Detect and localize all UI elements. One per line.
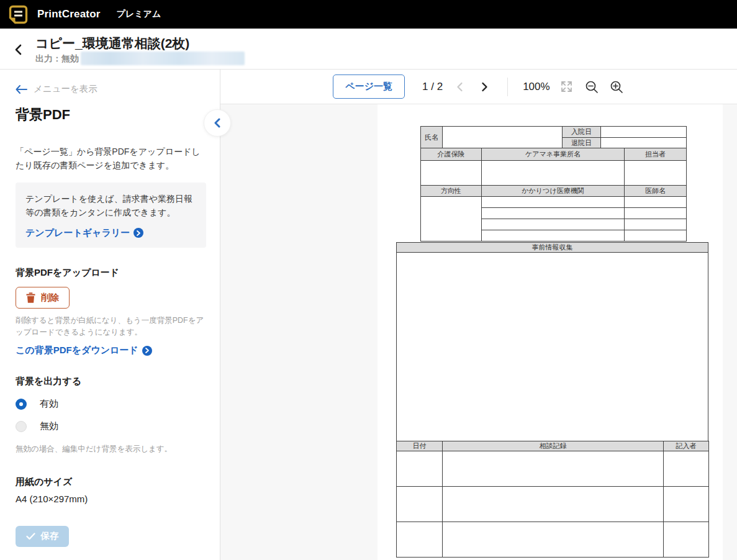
chevron-left-icon bbox=[214, 118, 221, 128]
download-link-label: この背景PDFをダウンロード bbox=[16, 345, 138, 356]
patient-name-table: 氏名 入院日 退院日 bbox=[420, 126, 687, 148]
back-button[interactable] bbox=[12, 43, 25, 56]
record-header-cell: 相談記録 bbox=[443, 441, 664, 451]
direction-value-cell bbox=[421, 197, 482, 242]
panel-title: 背景PDF bbox=[16, 106, 206, 124]
show-menu-link[interactable]: メニューを表示 bbox=[16, 83, 206, 95]
paper-size-title: 用紙のサイズ bbox=[16, 476, 206, 488]
plan-badge: プレミアム bbox=[117, 9, 161, 20]
template-info-text: テンプレートを使えば、請求書や業務日報等の書類をカンタンに作成できます。 bbox=[25, 192, 196, 220]
clinic-header-cell: かかりつけ医療機関 bbox=[482, 186, 625, 197]
clinic-row-cell bbox=[482, 219, 625, 230]
intro-text: 「ページ一覧」から背景PDFをアップロードしたり既存の書類ページを追加できます。 bbox=[16, 145, 206, 173]
writer-cell bbox=[664, 487, 709, 522]
document-header: コピー_環境通常相談(2枚) 出力：無効 bbox=[0, 29, 737, 70]
template-gallery-label: テンプレートギャラリー bbox=[25, 227, 130, 239]
record-cell bbox=[443, 487, 664, 522]
radio-unselected-icon[interactable] bbox=[16, 421, 27, 432]
background-pdf-sidebar: メニューを表示 背景PDF 「ページ一覧」から背景PDFをアップロードしたり既存… bbox=[0, 70, 220, 560]
discharge-value-cell bbox=[601, 138, 687, 148]
app-topbar: PrintCreator プレミアム bbox=[0, 0, 737, 29]
radio-selected-icon[interactable] bbox=[16, 399, 27, 410]
doctor-row-cell bbox=[625, 219, 687, 230]
writer-cell bbox=[664, 451, 709, 487]
paper-size-value: A4 (210×297mm) bbox=[16, 494, 206, 504]
radio-enabled-label: 有効 bbox=[40, 398, 58, 410]
direction-header-cell: 方向性 bbox=[421, 186, 482, 197]
brand-name: PrintCreator bbox=[37, 8, 101, 20]
arrow-left-icon bbox=[16, 85, 27, 94]
doctor-row-cell bbox=[625, 197, 687, 208]
date-cell bbox=[397, 487, 443, 522]
document-title: コピー_環境通常相談(2枚) bbox=[35, 35, 189, 52]
manager-header-cell: 担当者 bbox=[625, 148, 687, 161]
page-indicator: 1 / 2 bbox=[422, 81, 443, 93]
record-cell bbox=[443, 522, 664, 558]
content-row: メニューを表示 背景PDF 「ページ一覧」から背景PDFをアップロードしたり既存… bbox=[0, 70, 737, 560]
template-info-box: テンプレートを使えば、請求書や業務日報等の書類をカンタンに作成できます。 テンプ… bbox=[16, 183, 206, 248]
output-status-label: 出力：無効 bbox=[35, 53, 79, 65]
doctor-row-cell bbox=[625, 208, 687, 219]
radio-disabled-label: 無効 bbox=[40, 420, 58, 432]
zoom-in-button[interactable] bbox=[608, 79, 625, 95]
insurance-value-cell bbox=[421, 161, 482, 186]
doctor-row-cell bbox=[625, 230, 687, 242]
save-button[interactable]: 保存 bbox=[16, 526, 69, 547]
show-menu-label: メニューを表示 bbox=[34, 83, 97, 95]
delete-caption: 削除すると背景が白紙になり、もう一度背景PDFをアップロードできるようになります… bbox=[16, 315, 206, 339]
record-cell bbox=[443, 451, 664, 487]
manager-value-cell bbox=[625, 161, 687, 186]
fit-screen-icon[interactable] bbox=[559, 79, 575, 95]
consultation-record-table: 日付 相談記録 記入者 bbox=[396, 441, 709, 558]
delete-background-button[interactable]: 削除 bbox=[16, 287, 70, 309]
admission-value-cell bbox=[601, 127, 687, 138]
date-cell bbox=[397, 522, 443, 558]
writer-header-cell: 記入者 bbox=[664, 441, 709, 451]
date-cell bbox=[397, 451, 443, 487]
date-header-cell: 日付 bbox=[397, 441, 443, 451]
name-label-cell: 氏名 bbox=[421, 127, 443, 148]
clinic-row-cell bbox=[482, 230, 625, 242]
clinic-row-cell bbox=[482, 197, 625, 208]
radio-option-enabled[interactable]: 有効 bbox=[16, 398, 206, 410]
discharge-label-cell: 退院日 bbox=[563, 138, 601, 148]
care-insurance-table: 介護保険 ケアマネ事業所名 担当者 bbox=[420, 148, 687, 186]
save-button-label: 保存 bbox=[41, 530, 59, 542]
preview-toolbar: ページ一覧 1 / 2 100% bbox=[220, 70, 737, 104]
prev-page-button[interactable] bbox=[451, 79, 468, 95]
preview-canvas: ページ一覧 1 / 2 100% bbox=[220, 70, 737, 560]
redacted-text-blur bbox=[81, 52, 245, 65]
page-list-button[interactable]: ページ一覧 bbox=[333, 75, 405, 99]
care-office-value-cell bbox=[482, 161, 625, 186]
radio-option-disabled[interactable]: 無効 bbox=[16, 420, 206, 432]
chevron-right-circle-icon bbox=[133, 228, 143, 238]
output-caption: 無効の場合、編集中だけ背景を表示します。 bbox=[16, 443, 206, 455]
doctor-header-cell: 医師名 bbox=[625, 186, 687, 197]
toolbar-divider bbox=[507, 78, 508, 96]
care-office-header-cell: ケアマネ事業所名 bbox=[482, 148, 625, 161]
preinfo-content-cell bbox=[397, 253, 708, 441]
zoom-out-button[interactable] bbox=[584, 79, 600, 95]
chevron-right-circle-icon bbox=[142, 346, 152, 356]
download-background-link[interactable]: この背景PDFをダウンロード bbox=[16, 345, 206, 356]
writer-cell bbox=[664, 522, 709, 558]
delete-button-label: 削除 bbox=[41, 292, 59, 304]
clinic-row-cell bbox=[482, 208, 625, 219]
upload-section-title: 背景PDFをアップロード bbox=[16, 267, 206, 279]
zoom-level: 100% bbox=[523, 81, 549, 93]
name-value-cell bbox=[443, 127, 563, 148]
pre-info-table: 事前情報収集 bbox=[396, 242, 708, 441]
trash-icon bbox=[26, 292, 35, 303]
preinfo-header-cell: 事前情報収集 bbox=[397, 243, 708, 253]
template-gallery-link[interactable]: テンプレートギャラリー bbox=[25, 227, 196, 239]
admission-label-cell: 入院日 bbox=[563, 127, 601, 138]
clinic-table: 方向性 かかりつけ医療機関 医師名 bbox=[420, 185, 687, 242]
document-preview-area[interactable]: 氏名 入院日 退院日 介護保険 ケアマネ事業所名 bbox=[220, 104, 737, 560]
sidebar-collapse-button[interactable] bbox=[204, 109, 231, 137]
check-icon bbox=[26, 533, 35, 540]
insurance-header-cell: 介護保険 bbox=[421, 148, 482, 161]
pdf-page[interactable]: 氏名 入院日 退院日 介護保険 ケアマネ事業所名 bbox=[378, 104, 723, 560]
printcreator-logo-icon[interactable] bbox=[9, 5, 28, 24]
output-section-title: 背景を出力する bbox=[16, 376, 206, 387]
next-page-button[interactable] bbox=[476, 79, 492, 95]
